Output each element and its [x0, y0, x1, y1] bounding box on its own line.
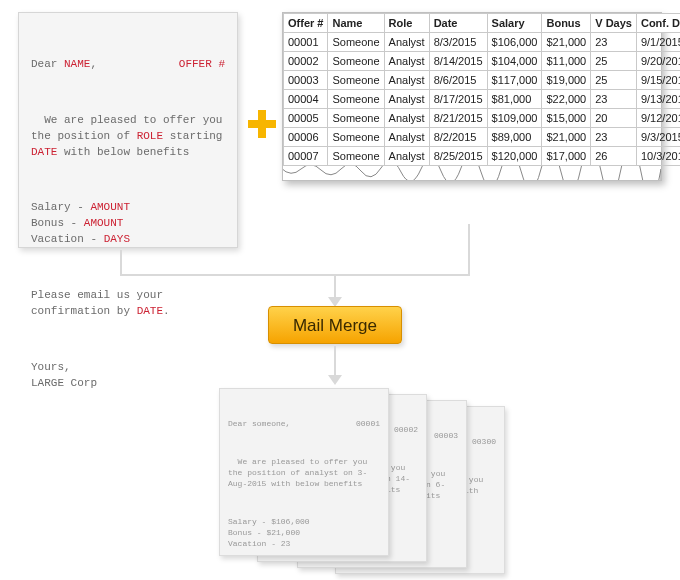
connector [120, 274, 470, 276]
table-header: Date [429, 14, 487, 33]
table-row: 00006SomeoneAnalyst8/2/2015$89,000$21,00… [284, 128, 681, 147]
table-header: Role [384, 14, 429, 33]
ph-conf-date: DATE [137, 305, 163, 317]
plus-icon [248, 110, 276, 138]
mail-merge-box: Mail Merge [268, 306, 402, 344]
table-header: Bonus [542, 14, 591, 33]
ph-vacation: DAYS [104, 233, 130, 245]
table-row: 00007SomeoneAnalyst8/25/2015$120,000$17,… [284, 147, 681, 166]
greeting: Dear [31, 58, 64, 70]
connector [334, 276, 336, 298]
table-row: 00003SomeoneAnalyst8/6/2015$117,000$19,0… [284, 71, 681, 90]
table-header: Salary [487, 14, 542, 33]
connector [468, 224, 470, 274]
ph-role: ROLE [137, 130, 163, 142]
connector [120, 250, 122, 274]
table-header: V Days [591, 14, 637, 33]
table-header: Name [328, 14, 384, 33]
table-header: Conf. Date [636, 14, 680, 33]
ph-offer-num: OFFER # [179, 57, 225, 73]
data-table: Offer #NameRoleDateSalaryBonusV DaysConf… [282, 12, 662, 181]
ph-start-date: DATE [31, 146, 57, 158]
template-letter: Dear NAME, OFFER # We are pleased to off… [18, 12, 238, 248]
ph-bonus: AMOUNT [84, 217, 124, 229]
table-row: 00002SomeoneAnalyst8/14/2015$104,000$11,… [284, 52, 681, 71]
ph-salary: AMOUNT [90, 201, 130, 213]
table-row: 00001SomeoneAnalyst8/3/2015$106,000$21,0… [284, 33, 681, 52]
output-stack: Dear someone,00300 We are pleased to off… [215, 388, 515, 573]
ph-name: NAME [64, 58, 90, 70]
table-header: Offer # [284, 14, 328, 33]
arrow-down-icon [328, 375, 342, 385]
output-letter: Dear someone,00001 We are pleased to off… [219, 388, 389, 556]
connector [334, 346, 336, 376]
table-row: 00004SomeoneAnalyst8/17/2015$81,000$22,0… [284, 90, 681, 109]
table-row: 00005SomeoneAnalyst8/21/2015$109,000$15,… [284, 109, 681, 128]
torn-edge [283, 166, 661, 180]
